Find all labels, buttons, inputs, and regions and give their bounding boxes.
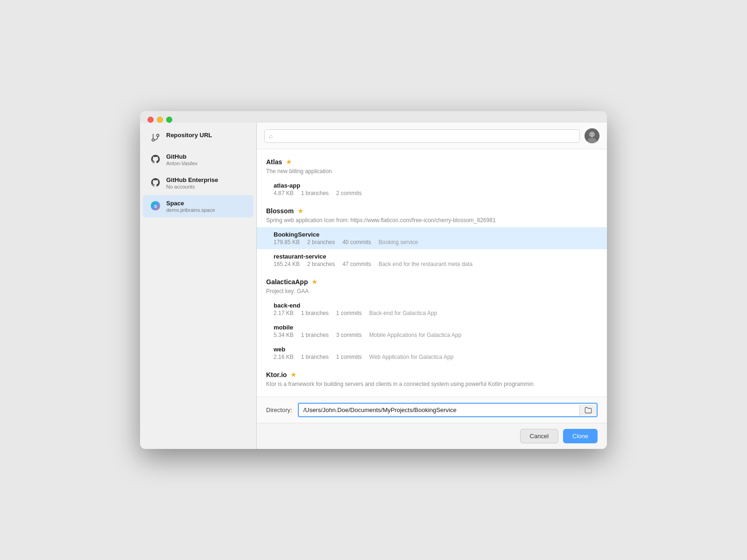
repo-name-web: web	[274, 346, 598, 353]
repo-item-web[interactable]: web 2.16 KB 1 branches 1 commits Web App…	[257, 342, 607, 364]
star-icon-galactica: ★	[311, 278, 317, 286]
traffic-lights	[148, 117, 172, 123]
repo-size-restaurant-service: 165.24 KB	[274, 261, 300, 267]
sidebar-item-github-enterprise[interactable]: GitHub Enterprise No accounts	[143, 172, 254, 194]
git-icon	[150, 133, 161, 143]
sidebar-subtitle-github: Anton-Vasilev	[166, 161, 197, 166]
project-desc-atlas: The new billing application	[257, 168, 607, 178]
star-icon-ktor: ★	[290, 371, 296, 379]
repo-name-booking-service: BookingService	[274, 231, 598, 238]
repo-name-back-end: back-end	[274, 302, 598, 309]
repo-size-booking-service: 179.85 KB	[274, 239, 300, 245]
repo-desc-web: Web Application for Galactica App	[369, 354, 454, 360]
directory-bar: Directory:	[257, 397, 607, 423]
repo-meta-back-end: 2.17 KB 1 branches 1 commits Back-end fo…	[274, 310, 598, 316]
repo-item-back-end[interactable]: back-end 2.17 KB 1 branches 1 commits Ba…	[257, 298, 607, 320]
project-name-blossom: Blossom	[266, 207, 294, 215]
sidebar-text-space: Space demo.jetbrains.space	[166, 200, 215, 213]
sidebar-text-github: GitHub Anton-Vasilev	[166, 153, 197, 166]
repo-meta-web: 2.16 KB 1 branches 1 commits Web Applica…	[274, 354, 598, 360]
sidebar-subtitle-space: demo.jetbrains.space	[166, 207, 215, 213]
title-bar	[140, 111, 607, 123]
repo-branches-web: 1 branches	[301, 354, 329, 360]
cancel-button[interactable]: Cancel	[520, 429, 558, 443]
project-name-galactica: GalacticaApp	[266, 278, 308, 286]
project-group-ktor: Ktor.io ★ Ktor is a framework for buildi…	[257, 366, 607, 391]
repo-meta-restaurant-service: 165.24 KB 2 branches 47 commits Back end…	[274, 261, 598, 267]
repo-branches-restaurant-service: 2 branches	[307, 261, 335, 267]
project-name-ktor: Ktor.io	[266, 371, 287, 378]
repository-list: Atlas ★ The new billing application atla…	[257, 149, 607, 397]
project-group-atlas: Atlas ★ The new billing application atla…	[257, 153, 607, 200]
close-button[interactable]	[148, 117, 154, 123]
repo-item-restaurant-service[interactable]: restaurant-service 165.24 KB 2 branches …	[257, 249, 607, 271]
search-icon: ⌕	[269, 132, 273, 140]
project-name-atlas: Atlas	[266, 158, 282, 166]
project-header-atlas: Atlas ★	[257, 153, 607, 168]
project-group-blossom: Blossom ★ Spring web application Icon fr…	[257, 202, 607, 271]
project-header-blossom: Blossom ★	[257, 202, 607, 217]
sidebar-title-github-enterprise: GitHub Enterprise	[166, 176, 218, 183]
repo-commits-back-end: 1 commits	[336, 310, 362, 316]
minimize-button[interactable]	[157, 117, 163, 123]
search-input[interactable]	[264, 129, 580, 143]
svg-point-6	[589, 132, 595, 137]
sidebar-item-space[interactable]: S Space demo.jetbrains.space	[143, 195, 254, 217]
project-desc-galactica: Project key: GAA	[257, 288, 607, 298]
repo-size-back-end: 2.17 KB	[274, 310, 294, 316]
search-input-wrapper: ⌕	[264, 129, 580, 143]
maximize-button[interactable]	[166, 117, 172, 123]
clone-repository-window: Repository URL GitHub Anton-Vasilev	[140, 111, 607, 449]
repo-desc-booking-service: Booking service	[379, 239, 418, 245]
sidebar-title-repository-url: Repository URL	[166, 132, 212, 139]
repo-desc-back-end: Back-end for Galactica App	[369, 310, 437, 316]
sidebar-item-github[interactable]: GitHub Anton-Vasilev	[143, 148, 254, 171]
repo-item-mobile[interactable]: mobile 5.34 KB 1 branches 3 commits Mobi…	[257, 320, 607, 342]
repo-name-atlas-app: atlas-app	[274, 182, 598, 189]
repo-commits-restaurant-service: 47 commits	[342, 261, 371, 267]
directory-label: Directory:	[266, 406, 292, 413]
search-bar: ⌕	[257, 123, 607, 149]
project-header-ktor: Ktor.io ★	[257, 366, 607, 381]
repo-size-atlas-app: 4.87 KB	[274, 190, 294, 196]
sidebar-title-github: GitHub	[166, 153, 197, 160]
svg-text:S: S	[154, 204, 157, 209]
star-icon-blossom: ★	[297, 207, 303, 215]
repo-meta-mobile: 5.34 KB 1 branches 3 commits Mobile Appl…	[274, 332, 598, 338]
space-icon: S	[150, 201, 161, 211]
project-desc-ktor: Ktor is a framework for building servers…	[257, 381, 607, 391]
repo-name-restaurant-service: restaurant-service	[274, 253, 598, 260]
repo-size-mobile: 5.34 KB	[274, 332, 294, 338]
project-header-galactica: GalacticaApp ★	[257, 273, 607, 288]
github-enterprise-icon	[150, 177, 161, 188]
repo-branches-back-end: 1 branches	[301, 310, 329, 316]
repo-meta-booking-service: 179.85 KB 2 branches 40 commits Booking …	[274, 239, 598, 245]
directory-input[interactable]	[299, 404, 579, 416]
main-content: Repository URL GitHub Anton-Vasilev	[140, 123, 607, 449]
repo-item-booking-service[interactable]: BookingService 179.85 KB 2 branches 40 c…	[257, 227, 607, 249]
repo-branches-atlas-app: 1 branches	[301, 190, 329, 196]
bottom-buttons: Cancel Clone	[257, 423, 607, 449]
sidebar-subtitle-github-enterprise: No accounts	[166, 184, 218, 189]
repo-branches-mobile: 1 branches	[301, 332, 329, 338]
sidebar-title-space: Space	[166, 200, 215, 207]
repo-desc-restaurant-service: Back end for the restaurant meta data	[379, 261, 472, 267]
directory-input-wrapper	[298, 403, 598, 417]
repo-commits-web: 1 commits	[336, 354, 362, 360]
repo-branches-booking-service: 2 branches	[307, 239, 335, 245]
avatar-image	[585, 128, 599, 143]
repo-item-atlas-app[interactable]: atlas-app 4.87 KB 1 branches 2 commits	[257, 178, 607, 200]
repo-commits-booking-service: 40 commits	[342, 239, 371, 245]
sidebar-item-repository-url[interactable]: Repository URL	[143, 127, 254, 147]
sidebar-text-github-enterprise: GitHub Enterprise No accounts	[166, 176, 218, 189]
repo-commits-atlas-app: 2 commits	[336, 190, 362, 196]
sidebar-text-repository-url: Repository URL	[166, 132, 212, 139]
clone-button[interactable]: Clone	[563, 429, 598, 443]
project-desc-blossom: Spring web application Icon from: https:…	[257, 217, 607, 227]
sidebar: Repository URL GitHub Anton-Vasilev	[140, 123, 257, 449]
repo-size-web: 2.16 KB	[274, 354, 294, 360]
directory-browse-button[interactable]	[579, 405, 597, 416]
star-icon-atlas: ★	[286, 158, 292, 166]
repo-desc-mobile: Mobile Applications for Galactica App	[369, 332, 461, 338]
repo-meta-atlas-app: 4.87 KB 1 branches 2 commits	[274, 190, 598, 196]
